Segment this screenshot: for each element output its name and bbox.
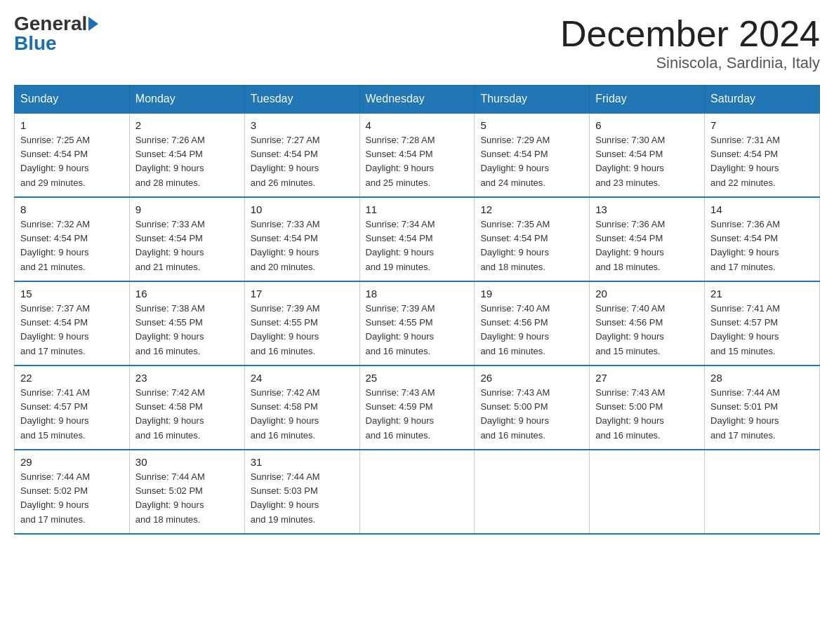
day-info: Sunrise: 7:42 AMSunset: 4:58 PMDaylight:… <box>251 386 354 443</box>
logo-arrow-icon <box>88 17 98 31</box>
day-info: Sunrise: 7:26 AMSunset: 4:54 PMDaylight:… <box>135 133 239 190</box>
calendar-day-cell: 14Sunrise: 7:36 AMSunset: 4:54 PMDayligh… <box>705 197 820 281</box>
day-info: Sunrise: 7:43 AMSunset: 4:59 PMDaylight:… <box>366 386 469 443</box>
calendar-day-cell: 17Sunrise: 7:39 AMSunset: 4:55 PMDayligh… <box>244 281 359 365</box>
calendar-day-cell: 5Sunrise: 7:29 AMSunset: 4:54 PMDaylight… <box>475 113 590 197</box>
weekday-header-thursday: Thursday <box>475 86 590 114</box>
day-info: Sunrise: 7:44 AMSunset: 5:02 PMDaylight:… <box>20 470 124 527</box>
day-number: 4 <box>366 119 469 131</box>
calendar-day-cell: 20Sunrise: 7:40 AMSunset: 4:56 PMDayligh… <box>590 281 705 365</box>
calendar-day-cell: 26Sunrise: 7:43 AMSunset: 5:00 PMDayligh… <box>475 365 590 450</box>
day-info: Sunrise: 7:27 AMSunset: 4:54 PMDaylight:… <box>251 133 354 190</box>
calendar-day-cell: 23Sunrise: 7:42 AMSunset: 4:58 PMDayligh… <box>129 365 244 450</box>
day-number: 11 <box>366 203 469 215</box>
calendar-day-cell: 3Sunrise: 7:27 AMSunset: 4:54 PMDaylight… <box>244 113 359 197</box>
calendar-day-cell: 13Sunrise: 7:36 AMSunset: 4:54 PMDayligh… <box>590 197 705 281</box>
day-number: 19 <box>480 288 583 300</box>
title-section: December 2024 Siniscola, Sardinia, Italy <box>560 14 820 72</box>
calendar-day-cell: 16Sunrise: 7:38 AMSunset: 4:55 PMDayligh… <box>129 281 244 365</box>
day-number: 18 <box>366 288 469 300</box>
location: Siniscola, Sardinia, Italy <box>560 54 820 72</box>
day-info: Sunrise: 7:41 AMSunset: 4:57 PMDaylight:… <box>20 386 124 443</box>
weekday-header-row: SundayMondayTuesdayWednesdayThursdayFrid… <box>15 86 820 114</box>
weekday-header-wednesday: Wednesday <box>359 86 475 114</box>
day-info: Sunrise: 7:33 AMSunset: 4:54 PMDaylight:… <box>135 217 239 274</box>
calendar-week-row: 15Sunrise: 7:37 AMSunset: 4:54 PMDayligh… <box>15 281 820 365</box>
day-number: 14 <box>710 203 814 215</box>
day-info: Sunrise: 7:42 AMSunset: 4:58 PMDaylight:… <box>135 386 239 443</box>
calendar-table: SundayMondayTuesdayWednesdayThursdayFrid… <box>14 85 820 535</box>
calendar-day-cell <box>705 450 820 534</box>
calendar-day-cell: 27Sunrise: 7:43 AMSunset: 5:00 PMDayligh… <box>590 365 705 450</box>
calendar-week-row: 29Sunrise: 7:44 AMSunset: 5:02 PMDayligh… <box>15 450 820 534</box>
day-number: 1 <box>20 119 124 131</box>
calendar-day-cell <box>590 450 705 534</box>
logo-blue: Blue <box>14 34 57 53</box>
day-number: 28 <box>710 372 814 384</box>
calendar-day-cell: 29Sunrise: 7:44 AMSunset: 5:02 PMDayligh… <box>15 450 130 534</box>
calendar-week-row: 1Sunrise: 7:25 AMSunset: 4:54 PMDaylight… <box>15 113 820 197</box>
day-number: 26 <box>480 372 583 384</box>
weekday-header-sunday: Sunday <box>15 86 130 114</box>
calendar-day-cell: 28Sunrise: 7:44 AMSunset: 5:01 PMDayligh… <box>705 365 820 450</box>
day-info: Sunrise: 7:39 AMSunset: 4:55 PMDaylight:… <box>366 302 469 358</box>
calendar-day-cell: 10Sunrise: 7:33 AMSunset: 4:54 PMDayligh… <box>244 197 359 281</box>
day-info: Sunrise: 7:28 AMSunset: 4:54 PMDaylight:… <box>366 133 469 190</box>
day-info: Sunrise: 7:32 AMSunset: 4:54 PMDaylight:… <box>20 217 124 274</box>
calendar-day-cell: 31Sunrise: 7:44 AMSunset: 5:03 PMDayligh… <box>244 450 359 534</box>
calendar-day-cell: 4Sunrise: 7:28 AMSunset: 4:54 PMDaylight… <box>359 113 475 197</box>
calendar-day-cell: 21Sunrise: 7:41 AMSunset: 4:57 PMDayligh… <box>705 281 820 365</box>
day-info: Sunrise: 7:38 AMSunset: 4:55 PMDaylight:… <box>135 302 239 358</box>
calendar-day-cell: 1Sunrise: 7:25 AMSunset: 4:54 PMDaylight… <box>15 113 130 197</box>
day-info: Sunrise: 7:44 AMSunset: 5:03 PMDaylight:… <box>251 470 354 527</box>
day-number: 24 <box>251 372 354 384</box>
calendar-day-cell: 25Sunrise: 7:43 AMSunset: 4:59 PMDayligh… <box>359 365 475 450</box>
weekday-header-friday: Friday <box>590 86 705 114</box>
day-info: Sunrise: 7:35 AMSunset: 4:54 PMDaylight:… <box>480 217 583 274</box>
logo: General Blue <box>14 14 100 53</box>
day-number: 29 <box>20 456 124 468</box>
calendar-day-cell: 7Sunrise: 7:31 AMSunset: 4:54 PMDaylight… <box>705 113 820 197</box>
day-number: 17 <box>251 288 354 300</box>
calendar-day-cell: 6Sunrise: 7:30 AMSunset: 4:54 PMDaylight… <box>590 113 705 197</box>
day-info: Sunrise: 7:43 AMSunset: 5:00 PMDaylight:… <box>480 386 583 443</box>
weekday-header-monday: Monday <box>129 86 244 114</box>
calendar-day-cell: 8Sunrise: 7:32 AMSunset: 4:54 PMDaylight… <box>15 197 130 281</box>
day-info: Sunrise: 7:34 AMSunset: 4:54 PMDaylight:… <box>366 217 469 274</box>
day-number: 30 <box>135 456 239 468</box>
calendar-day-cell: 12Sunrise: 7:35 AMSunset: 4:54 PMDayligh… <box>475 197 590 281</box>
day-info: Sunrise: 7:36 AMSunset: 4:54 PMDaylight:… <box>595 217 699 274</box>
day-number: 5 <box>480 119 583 131</box>
day-number: 2 <box>135 119 239 131</box>
day-number: 10 <box>251 203 354 215</box>
day-number: 21 <box>710 288 814 300</box>
day-info: Sunrise: 7:33 AMSunset: 4:54 PMDaylight:… <box>251 217 354 274</box>
calendar-day-cell: 18Sunrise: 7:39 AMSunset: 4:55 PMDayligh… <box>359 281 475 365</box>
calendar-day-cell: 30Sunrise: 7:44 AMSunset: 5:02 PMDayligh… <box>129 450 244 534</box>
day-number: 8 <box>20 203 124 215</box>
day-info: Sunrise: 7:36 AMSunset: 4:54 PMDaylight:… <box>710 217 814 274</box>
calendar-day-cell: 19Sunrise: 7:40 AMSunset: 4:56 PMDayligh… <box>475 281 590 365</box>
day-info: Sunrise: 7:40 AMSunset: 4:56 PMDaylight:… <box>480 302 583 358</box>
calendar-week-row: 8Sunrise: 7:32 AMSunset: 4:54 PMDaylight… <box>15 197 820 281</box>
day-info: Sunrise: 7:40 AMSunset: 4:56 PMDaylight:… <box>595 302 699 358</box>
calendar-day-cell: 22Sunrise: 7:41 AMSunset: 4:57 PMDayligh… <box>15 365 130 450</box>
day-info: Sunrise: 7:37 AMSunset: 4:54 PMDaylight:… <box>20 302 124 358</box>
logo-general: General <box>14 14 87 34</box>
day-number: 7 <box>710 119 814 131</box>
month-title: December 2024 <box>560 14 820 54</box>
weekday-header-tuesday: Tuesday <box>244 86 359 114</box>
day-number: 16 <box>135 288 239 300</box>
day-info: Sunrise: 7:44 AMSunset: 5:02 PMDaylight:… <box>135 470 239 527</box>
calendar-day-cell: 9Sunrise: 7:33 AMSunset: 4:54 PMDaylight… <box>129 197 244 281</box>
day-number: 6 <box>595 119 699 131</box>
day-number: 13 <box>595 203 699 215</box>
day-info: Sunrise: 7:30 AMSunset: 4:54 PMDaylight:… <box>595 133 699 190</box>
calendar-week-row: 22Sunrise: 7:41 AMSunset: 4:57 PMDayligh… <box>15 365 820 450</box>
day-number: 27 <box>595 372 699 384</box>
calendar-day-cell: 11Sunrise: 7:34 AMSunset: 4:54 PMDayligh… <box>359 197 475 281</box>
day-number: 3 <box>251 119 354 131</box>
day-number: 20 <box>595 288 699 300</box>
calendar-day-cell <box>359 450 475 534</box>
day-info: Sunrise: 7:43 AMSunset: 5:00 PMDaylight:… <box>595 386 699 443</box>
